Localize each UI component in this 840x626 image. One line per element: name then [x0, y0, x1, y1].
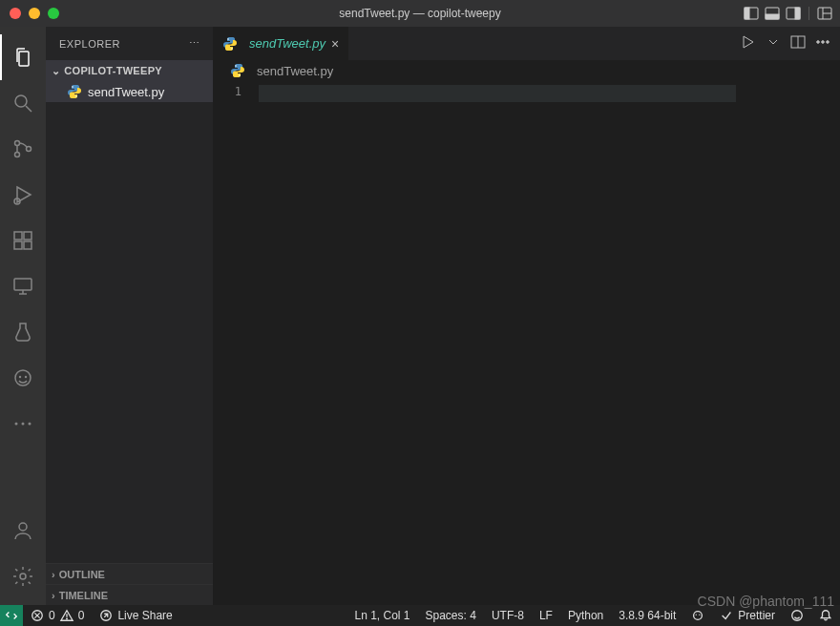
- activity-explorer[interactable]: [0, 34, 46, 80]
- activity-source-control[interactable]: [0, 126, 46, 172]
- chevron-right-icon: ›: [52, 569, 55, 580]
- python-file-icon: [230, 63, 245, 78]
- activity-bottom: [0, 508, 46, 605]
- tab-label: sendTweet.py: [249, 36, 326, 51]
- status-feedback-icon[interactable]: [783, 609, 811, 622]
- svg-point-51: [699, 614, 700, 615]
- editor-more-icon[interactable]: [815, 34, 830, 52]
- svg-point-29: [19, 523, 27, 531]
- section-timeline[interactable]: › TIMELINE: [46, 584, 213, 605]
- layout-panel-icon[interactable]: [765, 6, 780, 21]
- svg-rect-3: [766, 14, 779, 19]
- activity-search[interactable]: [0, 80, 46, 126]
- svg-rect-18: [24, 241, 32, 249]
- python-file-icon: [67, 84, 82, 99]
- customize-layout-icon[interactable]: [817, 6, 832, 21]
- folder-header[interactable]: ⌄ COPILOT-TWEEPY: [46, 60, 213, 81]
- live-share-label: Live Share: [117, 609, 172, 622]
- status-eol[interactable]: LF: [532, 609, 560, 622]
- svg-marker-35: [744, 36, 753, 48]
- svg-point-12: [15, 153, 20, 157]
- status-prettier[interactable]: Prettier: [712, 609, 783, 622]
- remote-indicator[interactable]: [0, 605, 23, 626]
- svg-point-50: [696, 614, 697, 615]
- python-file-icon: [222, 36, 238, 52]
- activity-extensions[interactable]: [0, 218, 46, 263]
- warning-count: 0: [78, 609, 85, 622]
- status-encoding[interactable]: UTF-8: [484, 609, 532, 622]
- chevron-right-icon: ›: [52, 590, 55, 601]
- status-cursor[interactable]: Ln 1, Col 1: [346, 609, 417, 622]
- maximize-window-button[interactable]: [48, 8, 59, 19]
- close-window-button[interactable]: [10, 8, 21, 19]
- editor-actions: [741, 27, 840, 60]
- activity-more-icon[interactable]: [0, 401, 46, 447]
- chevron-down-icon: ⌄: [52, 65, 60, 77]
- section-outline[interactable]: › OUTLINE: [46, 563, 213, 584]
- status-live-share[interactable]: Live Share: [92, 605, 179, 626]
- file-tree: sendTweet.py: [46, 81, 213, 563]
- tab-sendtweet[interactable]: sendTweet.py ×: [213, 27, 349, 60]
- breadcrumb-label: sendTweet.py: [257, 64, 333, 78]
- svg-point-24: [19, 376, 21, 378]
- run-chevron-icon[interactable]: [766, 34, 781, 52]
- minimize-window-button[interactable]: [29, 8, 40, 19]
- explorer-header: EXPLORER ⋯: [46, 27, 213, 60]
- activity-copilot[interactable]: [0, 355, 46, 401]
- svg-rect-19: [24, 232, 32, 240]
- svg-point-38: [817, 41, 820, 44]
- status-interpreter[interactable]: 3.8.9 64-bit: [611, 609, 683, 622]
- breadcrumb[interactable]: sendTweet.py: [213, 60, 840, 81]
- status-bar: 0 0 Live Share Ln 1, Col 1 Spaces: 4 UTF…: [0, 605, 840, 626]
- activity-testing[interactable]: [0, 309, 46, 355]
- layout-sidebar-right-icon[interactable]: [786, 6, 801, 21]
- editor-body[interactable]: 1: [213, 81, 840, 605]
- svg-point-28: [29, 423, 32, 426]
- activity-accounts[interactable]: [0, 508, 46, 553]
- status-bell-icon[interactable]: [811, 609, 840, 622]
- separator: [808, 7, 809, 20]
- editor-group: sendTweet.py × sendTweet.py 1: [213, 27, 840, 605]
- svg-point-32: [75, 95, 77, 97]
- svg-point-42: [239, 74, 241, 76]
- svg-point-31: [72, 86, 74, 88]
- title-actions: [744, 6, 840, 21]
- activity-remote-explorer[interactable]: [0, 263, 46, 309]
- status-problems[interactable]: 0 0: [23, 605, 92, 626]
- window-controls: [0, 8, 59, 19]
- section-label: TIMELINE: [59, 590, 108, 601]
- activity-bar: [0, 27, 46, 605]
- code-area[interactable]: [259, 81, 840, 605]
- svg-point-9: [15, 95, 27, 107]
- status-spaces[interactable]: Spaces: 4: [418, 609, 484, 622]
- svg-point-13: [27, 147, 32, 152]
- tab-bar: sendTweet.py ×: [213, 27, 840, 60]
- explorer-sidebar: EXPLORER ⋯ ⌄ COPILOT-TWEEPY sendTweet.py…: [46, 27, 213, 605]
- svg-rect-16: [14, 232, 22, 240]
- run-icon[interactable]: [741, 34, 756, 52]
- svg-point-27: [22, 423, 25, 426]
- explorer-more-icon[interactable]: ⋯: [189, 37, 200, 50]
- file-item-sendtweet[interactable]: sendTweet.py: [46, 81, 213, 102]
- line-gutter: 1: [213, 81, 259, 605]
- svg-point-40: [827, 41, 830, 44]
- svg-point-34: [231, 48, 233, 50]
- line-number: 1: [213, 85, 242, 98]
- split-editor-icon[interactable]: [790, 34, 806, 52]
- folder-name: COPILOT-TWEEPY: [64, 65, 162, 76]
- svg-point-39: [822, 41, 825, 44]
- layout-sidebar-left-icon[interactable]: [744, 6, 759, 21]
- current-line-highlight: [259, 85, 736, 102]
- file-name: sendTweet.py: [88, 85, 164, 99]
- close-tab-icon[interactable]: ×: [331, 36, 339, 52]
- svg-point-33: [227, 38, 229, 40]
- activity-settings[interactable]: [0, 553, 46, 599]
- status-copilot-icon[interactable]: [683, 609, 712, 622]
- window-title: sendTweet.py — copilot-tweepy: [0, 7, 840, 20]
- svg-point-25: [25, 376, 27, 378]
- svg-point-30: [20, 574, 26, 579]
- activity-run-debug[interactable]: [0, 172, 46, 218]
- svg-point-49: [694, 612, 703, 620]
- svg-point-47: [66, 618, 67, 619]
- status-language[interactable]: Python: [560, 609, 611, 622]
